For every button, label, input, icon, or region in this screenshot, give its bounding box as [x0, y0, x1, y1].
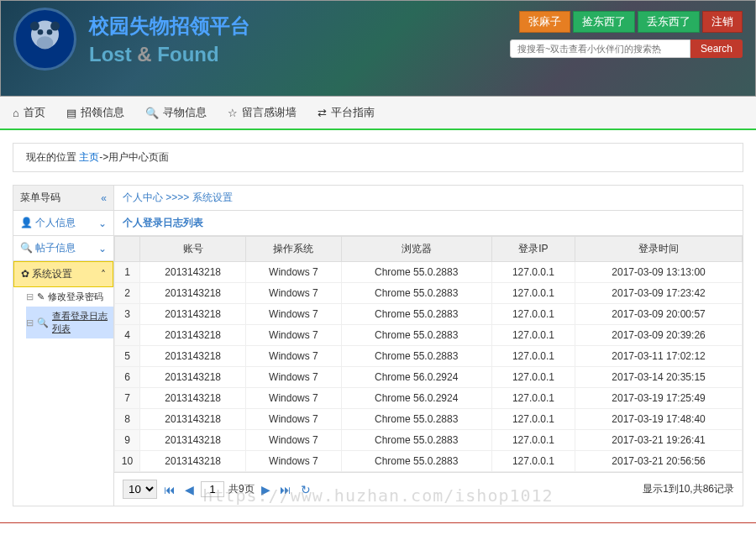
logout-button[interactable]: 注销 [702, 11, 743, 33]
content-breadcrumb: 个人中心 >>>> 系统设置 [114, 186, 743, 211]
breadcrumb: 现在的位置 主页->用户中心页面 [13, 143, 743, 172]
search-input[interactable] [510, 39, 690, 58]
login-log-table: 账号操作系统浏览器登录IP登录时间 12013143218Windows 7Ch… [114, 236, 743, 472]
nav-wall[interactable]: ☆留言感谢墙 [228, 105, 297, 120]
svg-point-2 [47, 29, 53, 35]
table-row[interactable]: 22013143218Windows 7Chrome 55.0.2883127.… [115, 283, 743, 304]
pager-info: 显示1到10,共86记录 [643, 482, 734, 496]
edit-icon: ✎ [37, 291, 45, 302]
sidebar-item-personal[interactable]: 👤 个人信息⌄ [13, 211, 113, 236]
pager-prev[interactable]: ◀ [182, 483, 197, 496]
page-size-select[interactable]: 10 [123, 480, 157, 499]
nav-find[interactable]: 🔍寻物信息 [145, 105, 207, 120]
table-row[interactable]: 92013143218Windows 7Chrome 55.0.2883127.… [115, 430, 743, 451]
header: 校园失物招领平台 Lost & Found 张麻子 捡东西了 丢东西了 注销 S… [0, 0, 756, 97]
table-row[interactable]: 82013143218Windows 7Chrome 55.0.2883127.… [115, 409, 743, 430]
pager-first[interactable]: ⏮ [161, 483, 178, 496]
nav-home[interactable]: ⌂首页 [13, 105, 45, 120]
table-row[interactable]: 32013143218Windows 7Chrome 55.0.2883127.… [115, 304, 743, 325]
table-row[interactable]: 52013143218Windows 7Chrome 55.0.2883127.… [115, 346, 743, 367]
chevron-down-icon: ⌄ [98, 243, 107, 254]
site-title-en: Lost & Found [89, 43, 250, 66]
table-header: 登录IP [491, 237, 575, 262]
chevron-down-icon: ⌄ [98, 218, 107, 229]
pager-total: 共9页 [228, 482, 255, 496]
logo-icon [13, 8, 76, 71]
sidebar-sub-password[interactable]: ⊟✎修改登录密码 [26, 287, 113, 307]
star-icon: ☆ [228, 107, 238, 119]
breadcrumb-home[interactable]: 主页 [79, 151, 99, 163]
pager-next[interactable]: ▶ [259, 483, 273, 496]
tree-icon: ⊟ [26, 291, 34, 302]
search-icon: 🔍 [37, 317, 49, 328]
svg-point-5 [50, 22, 60, 31]
pager-last[interactable]: ⏭ [277, 483, 294, 496]
main-nav: ⌂首页 ▤招领信息 🔍寻物信息 ☆留言感谢墙 ⇄平台指南 [0, 97, 756, 130]
guide-icon: ⇄ [318, 107, 327, 119]
lost-button[interactable]: 丢东西了 [638, 11, 700, 33]
user-button[interactable]: 张麻子 [519, 11, 570, 33]
search-icon: 🔍 [145, 107, 159, 119]
sidebar: 菜单导码« 👤 个人信息⌄ 🔍 帖子信息⌄ ✿ 系统设置˄ ⊟✎修改登录密码 ⊟… [13, 186, 114, 506]
sidebar-item-post[interactable]: 🔍 帖子信息⌄ [13, 236, 113, 261]
svg-point-4 [30, 22, 39, 31]
chevron-left-icon[interactable]: « [101, 192, 107, 204]
table-header: 登录时间 [575, 237, 743, 262]
divider [0, 506, 756, 523]
content: 个人中心 >>>> 系统设置 个人登录日志列表 账号操作系统浏览器登录IP登录时… [114, 186, 743, 506]
table-row[interactable]: 72013143218Windows 7Chrome 56.0.2924127.… [115, 388, 743, 409]
sidebar-item-settings[interactable]: ✿ 系统设置˄ [13, 261, 113, 287]
image-icon: ▤ [66, 107, 76, 119]
search-button[interactable]: Search [690, 39, 743, 58]
svg-point-3 [37, 36, 54, 49]
table-header: 操作系统 [246, 237, 341, 262]
nav-guide[interactable]: ⇄平台指南 [318, 105, 375, 120]
content-title: 个人登录日志列表 [114, 211, 743, 236]
pager-refresh[interactable]: ↻ [298, 483, 313, 496]
search-icon: 🔍 [20, 242, 33, 254]
sidebar-menu-head: 菜单导码« [13, 186, 113, 211]
pager: 10 ⏮ ◀ 共9页 ▶ ⏭ ↻ 显示1到10,共86记录 [114, 472, 743, 506]
table-row[interactable]: 62013143218Windows 7Chrome 56.0.2924127.… [115, 367, 743, 388]
page-input[interactable] [201, 481, 224, 497]
home-icon: ⌂ [13, 107, 19, 119]
site-title-cn: 校园失物招领平台 [89, 13, 250, 39]
pickup-button[interactable]: 捡东西了 [573, 11, 635, 33]
table-row[interactable]: 102013143218Windows 7Chrome 55.0.2883127… [115, 451, 743, 472]
chevron-up-icon: ˄ [101, 269, 106, 281]
tree-icon: ⊟ [26, 317, 34, 328]
table-header: 账号 [140, 237, 246, 262]
user-icon: 👤 [20, 217, 33, 228]
gear-icon: ✿ [21, 268, 29, 280]
nav-claim[interactable]: ▤招领信息 [66, 105, 124, 120]
table-row[interactable]: 12013143218Windows 7Chrome 55.0.2883127.… [115, 262, 743, 283]
svg-point-1 [38, 29, 44, 35]
table-header: 浏览器 [341, 237, 491, 262]
sidebar-sub-loginlog[interactable]: ⊟🔍查看登录日志列表 [26, 307, 113, 338]
table-row[interactable]: 42013143218Windows 7Chrome 55.0.2883127.… [115, 325, 743, 346]
